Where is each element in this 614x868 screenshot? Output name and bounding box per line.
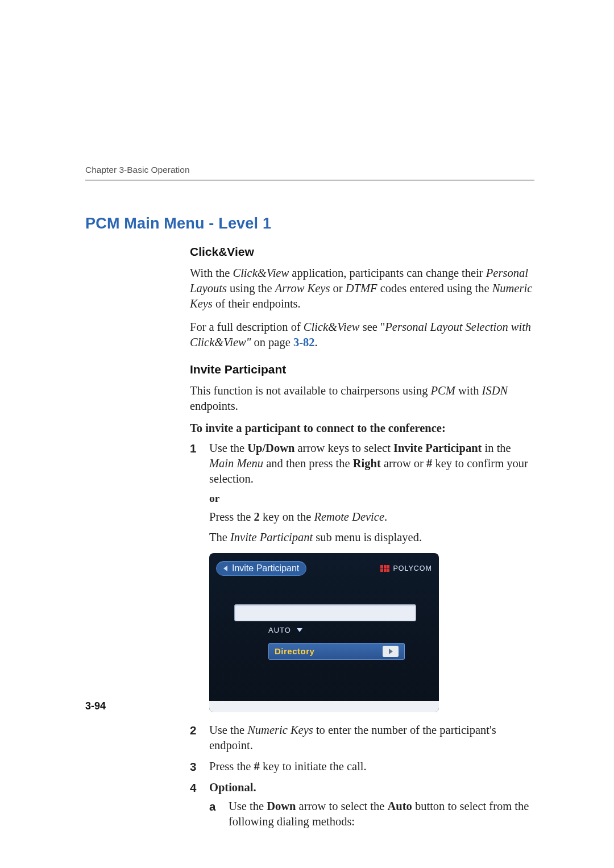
- number-input[interactable]: [234, 604, 416, 621]
- step-1-result: The Invite Participant sub menu is displ…: [209, 530, 534, 545]
- polycom-logo-icon: [380, 565, 389, 572]
- text: Use the: [229, 800, 267, 812]
- auto-dropdown[interactable]: AUTO: [268, 626, 302, 634]
- clickview-section: Click&View With the Click&View applicati…: [190, 245, 534, 829]
- step-number: 2: [190, 722, 209, 753]
- or-separator: or: [209, 492, 534, 505]
- term-numeric-keys: Numeric Keys: [247, 724, 313, 736]
- page: Chapter 3-Basic Operation PCM Main Menu …: [0, 0, 614, 868]
- breadcrumb-chip[interactable]: Invite Participant: [216, 561, 306, 576]
- clickview-heading: Click&View: [190, 245, 534, 259]
- auto-label: AUTO: [268, 626, 291, 634]
- term-pcm: PCM: [431, 384, 455, 397]
- key-hash: #: [426, 457, 432, 470]
- chevron-down-icon: [297, 628, 302, 632]
- text: of their endpoints.: [213, 297, 301, 310]
- text: sub menu is displayed.: [313, 531, 422, 543]
- page-number: 3-94: [85, 700, 106, 712]
- key-updown: Up/Down: [247, 442, 294, 454]
- text: and then press the: [263, 457, 353, 470]
- clickview-paragraph-1: With the Click&View application, partici…: [190, 265, 534, 312]
- directory-open-button[interactable]: [383, 646, 399, 657]
- step-body: Optional. a Use the Down arrow to select…: [209, 780, 534, 829]
- text: in the: [482, 442, 511, 454]
- key-2: 2: [254, 510, 260, 523]
- text: with: [455, 384, 482, 397]
- step-4a: a Use the Down arrow to select the Auto …: [209, 799, 534, 829]
- text: key to initiate the call.: [260, 760, 367, 773]
- text: codes entered using the: [377, 282, 492, 294]
- auto-button-ref: Auto: [388, 800, 412, 812]
- text: Use the: [209, 724, 247, 736]
- running-header: Chapter 3-Basic Operation: [85, 165, 190, 175]
- text: For a full description of: [190, 321, 304, 333]
- text: .: [384, 510, 387, 523]
- term-remote-device: Remote Device: [314, 510, 384, 523]
- substep-letter: a: [209, 799, 229, 829]
- procedure-steps-continued: 2 Use the Numeric Keys to enter the numb…: [190, 722, 534, 829]
- step-4-substeps: a Use the Down arrow to select the Auto …: [209, 799, 534, 829]
- section-title: PCM Main Menu - Level 1: [85, 215, 534, 232]
- directory-label: Directory: [275, 646, 314, 656]
- number-input-row: [234, 603, 416, 622]
- step-4: 4 Optional. a Use the Down arrow to sele…: [190, 780, 534, 829]
- text: Press the: [209, 760, 254, 773]
- substep-body: Use the Down arrow to select the Auto bu…: [229, 799, 534, 829]
- text: application, participants can change the…: [289, 267, 486, 279]
- step-number: 1: [190, 441, 209, 487]
- text: Press the: [209, 510, 254, 523]
- text: The: [209, 531, 230, 543]
- optional-label: Optional.: [209, 781, 256, 794]
- step-number: 4: [190, 780, 209, 829]
- term-clickview: Click&View: [233, 267, 289, 279]
- term-main-menu: Main Menu: [209, 457, 263, 470]
- term-isdn: ISDN: [482, 384, 508, 397]
- text: arrow keys to select: [294, 442, 393, 454]
- text: This function is not available to chairp…: [190, 384, 431, 397]
- step-3: 3 Press the # key to initiate the call.: [190, 759, 534, 774]
- text: arrow or: [381, 457, 426, 470]
- text: see ": [360, 321, 385, 333]
- text: .: [314, 336, 317, 348]
- key-hash: #: [254, 760, 260, 773]
- clickview-paragraph-2: For a full description of Click&View see…: [190, 319, 534, 350]
- body: PCM Main Menu - Level 1 Click&View With …: [85, 215, 534, 835]
- key-right: Right: [353, 457, 381, 470]
- term-invite-participant: Invite Participant: [230, 531, 313, 543]
- chevron-right-icon: [389, 649, 393, 654]
- key-down: Down: [267, 800, 296, 812]
- text: key on the: [260, 510, 314, 523]
- text: or: [330, 282, 345, 294]
- step-1: 1 Use the Up/Down arrow keys to select I…: [190, 441, 534, 487]
- text: Use the: [209, 442, 247, 454]
- brand: POLYCOM: [380, 564, 432, 572]
- brand-label: POLYCOM: [393, 564, 432, 572]
- invite-heading: Invite Participant: [190, 363, 534, 376]
- term-arrow-keys: Arrow Keys: [275, 282, 330, 294]
- chevron-left-icon: [223, 566, 227, 571]
- breadcrumb-label: Invite Participant: [232, 563, 299, 574]
- invite-paragraph-1: This function is not available to chairp…: [190, 383, 534, 414]
- step-number: 3: [190, 759, 209, 774]
- page-xref[interactable]: 3-82: [293, 336, 315, 348]
- directory-row[interactable]: Directory: [268, 643, 405, 660]
- text: endpoints.: [190, 400, 238, 412]
- term-clickview: Click&View: [304, 321, 360, 333]
- menu-invite-participant: Invite Participant: [393, 442, 482, 454]
- text: using the: [227, 282, 275, 294]
- step-2: 2 Use the Numeric Keys to enter the numb…: [190, 722, 534, 753]
- screenshot-topbar: Invite Participant POLYCOM: [216, 560, 432, 577]
- procedure-steps: 1 Use the Up/Down arrow keys to select I…: [190, 441, 534, 487]
- header-rule: [85, 180, 534, 181]
- term-dtmf: DTMF: [346, 282, 377, 294]
- text: on page: [251, 336, 293, 348]
- procedure-intro: To invite a participant to connect to th…: [190, 422, 534, 435]
- step-1-alt: Press the 2 key on the Remote Device.: [209, 509, 534, 525]
- step-body: Use the Numeric Keys to enter the number…: [209, 722, 534, 753]
- screenshot-footer: [209, 701, 439, 712]
- text: arrow to select the: [296, 800, 387, 812]
- invite-participant-screenshot: Invite Participant POLYCOM AUTO: [209, 553, 439, 712]
- text: With the: [190, 267, 233, 279]
- step-body: Use the Up/Down arrow keys to select Inv…: [209, 441, 534, 487]
- step-body: Press the # key to initiate the call.: [209, 759, 534, 774]
